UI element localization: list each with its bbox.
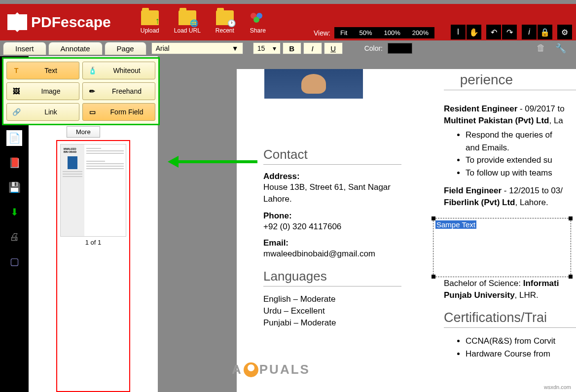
tool-link-label: Link <box>27 108 75 116</box>
folder-recent-icon <box>216 10 234 25</box>
chevron-down-icon: ▼ <box>232 44 239 52</box>
job2-line2: Fiberlink (Pvt) Ltd, Lahore. <box>444 198 576 208</box>
cert-heading: Certifications/Trai <box>444 310 576 328</box>
logo-icon <box>7 12 27 32</box>
job1-bullets: Respond the queries ofand Emails. To pro… <box>466 129 576 179</box>
zoom-fit-button[interactable]: Fit <box>334 27 353 38</box>
experience-heading: Experience <box>444 72 576 90</box>
pages-icon[interactable]: 📄 <box>6 130 22 146</box>
tab-annotate[interactable]: Annotate <box>48 42 103 55</box>
svg-point-2 <box>253 17 259 23</box>
zoom-50-button[interactable]: 50% <box>353 27 378 38</box>
lock-icon[interactable]: 🔒 <box>538 25 552 39</box>
share-button[interactable]: Share <box>249 10 267 34</box>
page-thumbnail[interactable]: MWALEED BIN OBAID 1 of 1 <box>56 140 130 392</box>
zoom-100-button[interactable]: 100% <box>378 27 406 38</box>
wrench-icon[interactable]: 🔧 <box>555 43 566 54</box>
toolbar-right: 🗑 🔧 <box>537 43 566 54</box>
size-value: 15 <box>257 44 265 52</box>
job2-line1: Field Engineer - 12/2015 to 03/ <box>444 186 576 196</box>
lang-3: Punjabi – Moderate <box>263 317 401 329</box>
address-label: Address: <box>263 172 401 181</box>
bookmarks-icon[interactable]: 📕 <box>6 155 22 171</box>
form-field-icon: ▭ <box>87 107 98 117</box>
tool-image[interactable]: 🖼Image <box>6 82 79 100</box>
job1-b3: To follow up with teams <box>466 167 576 179</box>
tool-form-field[interactable]: ▭Form Field <box>82 103 155 121</box>
print-icon[interactable]: 🖨 <box>6 229 22 245</box>
whiteout-icon: 🧴 <box>87 65 98 76</box>
font-select[interactable]: Arial▼ <box>151 42 243 54</box>
tool-form-field-label: Form Field <box>103 108 151 116</box>
phone-value: +92 (0) 320 4117606 <box>263 221 401 233</box>
folder-url-icon <box>179 10 196 25</box>
phone-label: Phone: <box>263 211 401 221</box>
tool-whiteout-label: Whiteout <box>103 67 151 74</box>
share-label: Share <box>250 27 266 34</box>
resize-handle-nw[interactable] <box>432 216 435 220</box>
resize-handle-se[interactable] <box>569 275 573 279</box>
tool-freehand[interactable]: ✏Freehand <box>82 82 155 100</box>
more-button[interactable]: More <box>67 126 100 138</box>
recent-button[interactable]: Recent <box>216 10 234 34</box>
lang-2: Urdu – Excellent <box>263 305 401 317</box>
job1-line2: Multinet Pakistan (Pvt) Ltd, La <box>444 116 576 126</box>
window-icon[interactable]: ▢ <box>6 253 22 269</box>
color-label: Color: <box>364 44 383 52</box>
font-value: Arial <box>156 44 170 52</box>
wm-a: A <box>232 362 243 377</box>
inserted-text-box[interactable]: Sampe Text <box>433 218 571 277</box>
app-logo: PDFescape <box>7 12 111 32</box>
size-select[interactable]: 15▾ <box>253 42 281 54</box>
resize-handle-ne[interactable] <box>569 216 573 220</box>
format-toolbar: Insert Annotate Page Arial▼ 15▾ B I U Co… <box>0 40 576 56</box>
trash-icon[interactable]: 🗑 <box>537 43 545 54</box>
edu-line1: Bachelor of Science: Informati <box>444 279 576 288</box>
view-bar: View: Fit 50% 100% 200% <box>314 27 434 38</box>
text-icon: T <box>11 65 22 76</box>
top-buttons: Upload Load URL Recent Share <box>141 10 267 34</box>
italic-button[interactable]: I <box>303 42 322 54</box>
tool-whiteout[interactable]: 🧴Whiteout <box>82 62 155 79</box>
download-icon[interactable]: ⬇ <box>6 204 22 220</box>
job1-line1: Resident Engineer - 09/2017 to <box>444 104 576 114</box>
link-icon: 🔗 <box>11 107 22 117</box>
tab-insert[interactable]: Insert <box>3 42 46 55</box>
contact-heading: Contact <box>263 147 401 165</box>
folder-upload-icon <box>141 10 159 25</box>
undo-icon[interactable]: ↶ <box>486 25 501 39</box>
address-value: House 13B, Street 61, Sant Nagar Lahore. <box>263 181 401 205</box>
load-url-button[interactable]: Load URL <box>174 10 201 34</box>
profile-photo <box>264 69 363 99</box>
recent-label: Recent <box>216 27 234 34</box>
pencil-icon: ✏ <box>87 86 98 97</box>
sample-text-selection[interactable]: Sampe Text <box>435 220 476 229</box>
email-value: mwaleedbinobaid@gmail.com <box>263 248 401 260</box>
hand-icon[interactable]: ✋ <box>467 25 481 39</box>
bold-button[interactable]: B <box>283 42 301 54</box>
job1-b2: To provide extended su <box>466 154 576 167</box>
tool-text-label: Text <box>27 67 75 74</box>
annotation-arrow <box>168 156 257 168</box>
gear-icon[interactable]: ⚙ <box>557 25 572 39</box>
email-label: Email: <box>263 238 401 248</box>
image-icon: 🖼 <box>11 86 22 97</box>
upload-label: Upload <box>141 27 159 34</box>
watermark: A PUALS <box>232 362 310 377</box>
watermark-icon <box>244 362 258 377</box>
info-icon[interactable]: i <box>522 25 537 39</box>
text-cursor-icon[interactable]: I <box>451 25 466 39</box>
edu-line2: Punjab University, LHR. <box>444 290 576 300</box>
zoom-200-button[interactable]: 200% <box>406 27 434 38</box>
underline-button[interactable]: U <box>324 42 343 54</box>
page-left-column: Contact Address: House 13B, Street 61, S… <box>234 69 411 339</box>
color-picker[interactable] <box>388 43 412 54</box>
resize-handle-sw[interactable] <box>432 275 435 279</box>
upload-button[interactable]: Upload <box>141 10 159 34</box>
tool-link[interactable]: 🔗Link <box>6 103 79 121</box>
save-icon[interactable]: 💾 <box>6 179 22 195</box>
app-name: PDFescape <box>31 14 111 31</box>
tab-page[interactable]: Page <box>105 42 146 55</box>
tool-text[interactable]: TText <box>6 62 79 79</box>
redo-icon[interactable]: ↷ <box>502 25 517 39</box>
